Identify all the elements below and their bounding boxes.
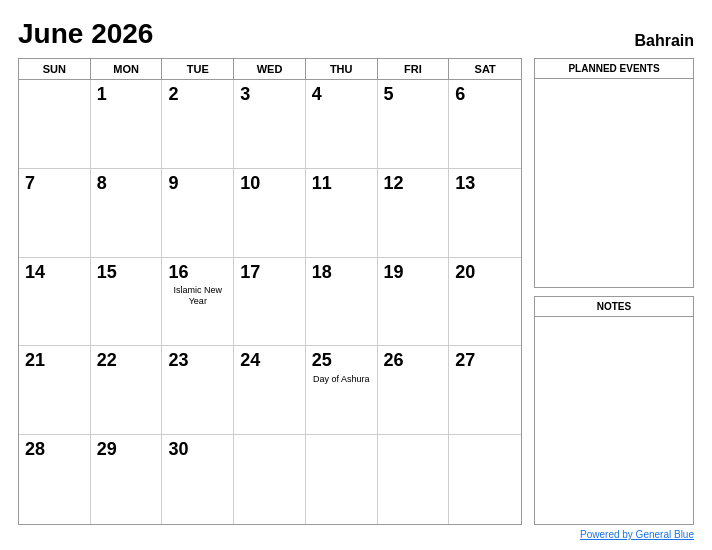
calendar-cell: 2	[162, 80, 234, 169]
cell-day-number: 3	[240, 84, 299, 106]
cell-day-number: 4	[312, 84, 371, 106]
cell-day-number: 9	[168, 173, 227, 195]
calendar-cell: 19	[378, 258, 450, 347]
powered-by-link[interactable]: Powered by General Blue	[580, 529, 694, 540]
planned-events-box: PLANNED EVENTS	[534, 58, 694, 288]
day-header: WED	[234, 59, 306, 79]
cell-day-number: 20	[455, 262, 515, 284]
cell-day-number: 21	[25, 350, 84, 372]
cell-day-number: 17	[240, 262, 299, 284]
calendar-cell: 28	[19, 435, 91, 524]
planned-events-content	[535, 79, 693, 287]
cell-day-number: 26	[384, 350, 443, 372]
cell-day-number: 12	[384, 173, 443, 195]
day-header: SUN	[19, 59, 91, 79]
sidebar: PLANNED EVENTS NOTES	[534, 58, 694, 525]
calendar-cell: 8	[91, 169, 163, 258]
cell-day-number: 7	[25, 173, 84, 195]
cell-day-number: 5	[384, 84, 443, 106]
cell-day-number: 1	[97, 84, 156, 106]
notes-content	[535, 317, 693, 525]
country-title: Bahrain	[634, 32, 694, 50]
page: June 2026 Bahrain SUNMONTUEWEDTHUFRISAT …	[0, 0, 712, 550]
cell-day-number: 27	[455, 350, 515, 372]
calendar-cell: 7	[19, 169, 91, 258]
calendar-cell: 20	[449, 258, 521, 347]
calendar-cell: 29	[91, 435, 163, 524]
cell-day-number: 11	[312, 173, 371, 195]
calendar-cell: 3	[234, 80, 306, 169]
cell-day-number: 15	[97, 262, 156, 284]
cell-day-number: 10	[240, 173, 299, 195]
calendar-cell: 27	[449, 346, 521, 435]
calendar-cell: 14	[19, 258, 91, 347]
calendar-cell: 26	[378, 346, 450, 435]
day-header: SAT	[449, 59, 521, 79]
calendar-cell	[234, 435, 306, 524]
footer: Powered by General Blue	[18, 529, 694, 540]
day-header: FRI	[378, 59, 450, 79]
main-content: SUNMONTUEWEDTHUFRISAT 123456789101112131…	[18, 58, 694, 525]
cell-day-number: 24	[240, 350, 299, 372]
month-year-title: June 2026	[18, 18, 153, 50]
cell-day-number: 25	[312, 350, 371, 372]
calendar-cell	[449, 435, 521, 524]
header: June 2026 Bahrain	[18, 18, 694, 50]
calendar-cell: 15	[91, 258, 163, 347]
cell-day-number: 19	[384, 262, 443, 284]
cell-event: Day of Ashura	[312, 374, 371, 385]
calendar-cell: 17	[234, 258, 306, 347]
cell-day-number: 30	[168, 439, 227, 461]
cell-day-number: 13	[455, 173, 515, 195]
calendar-cell: 12	[378, 169, 450, 258]
calendar-cell	[306, 435, 378, 524]
calendar-cell: 21	[19, 346, 91, 435]
calendar-cell: 9	[162, 169, 234, 258]
cell-day-number: 6	[455, 84, 515, 106]
day-header: THU	[306, 59, 378, 79]
day-header: TUE	[162, 59, 234, 79]
calendar-cell: 16Islamic New Year	[162, 258, 234, 347]
calendar-cell: 18	[306, 258, 378, 347]
cell-event: Islamic New Year	[168, 285, 227, 307]
notes-box: NOTES	[534, 296, 694, 526]
calendar-cell: 6	[449, 80, 521, 169]
calendar-cell: 13	[449, 169, 521, 258]
calendar-cell: 30	[162, 435, 234, 524]
cell-day-number: 16	[168, 262, 227, 284]
calendar-area: SUNMONTUEWEDTHUFRISAT 123456789101112131…	[18, 58, 522, 525]
cell-day-number: 22	[97, 350, 156, 372]
calendar-cell: 23	[162, 346, 234, 435]
cell-day-number: 2	[168, 84, 227, 106]
cell-day-number: 28	[25, 439, 84, 461]
notes-title: NOTES	[535, 297, 693, 317]
cell-day-number: 29	[97, 439, 156, 461]
calendar-cell: 11	[306, 169, 378, 258]
day-headers: SUNMONTUEWEDTHUFRISAT	[19, 59, 521, 80]
cell-day-number: 18	[312, 262, 371, 284]
calendar-cell: 10	[234, 169, 306, 258]
calendar-cell	[19, 80, 91, 169]
calendar-cell: 22	[91, 346, 163, 435]
cell-day-number: 14	[25, 262, 84, 284]
calendar-cell: 1	[91, 80, 163, 169]
calendar-cell: 24	[234, 346, 306, 435]
calendar-cell: 25Day of Ashura	[306, 346, 378, 435]
planned-events-title: PLANNED EVENTS	[535, 59, 693, 79]
cell-day-number: 23	[168, 350, 227, 372]
calendar-cell: 5	[378, 80, 450, 169]
calendar-grid: 12345678910111213141516Islamic New Year1…	[19, 80, 521, 524]
calendar-cell: 4	[306, 80, 378, 169]
cell-day-number: 8	[97, 173, 156, 195]
day-header: MON	[91, 59, 163, 79]
calendar-cell	[378, 435, 450, 524]
